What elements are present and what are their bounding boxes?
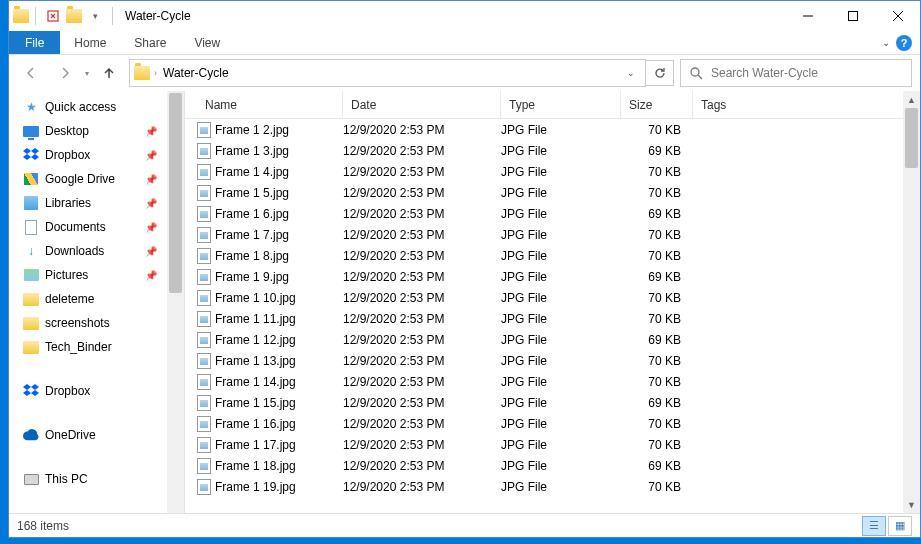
quick-access-toolbar: ▾ [9,5,117,27]
nav-tech-binder[interactable]: Tech_Binder [9,335,167,359]
scrollbar-thumb[interactable] [905,108,918,168]
thumbnails-view-button[interactable]: ▦ [888,516,912,536]
file-row[interactable]: Frame 1 7.jpg12/9/2020 2:53 PMJPG File70… [185,224,903,245]
file-row[interactable]: Frame 1 16.jpg12/9/2020 2:53 PMJPG File7… [185,413,903,434]
pin-icon: 📌 [145,270,157,281]
folder-icon[interactable] [66,8,82,24]
scroll-up-icon[interactable]: ▲ [903,91,920,108]
refresh-button[interactable] [646,60,674,86]
share-tab[interactable]: Share [120,31,180,54]
file-row[interactable]: Frame 1 17.jpg12/9/2020 2:53 PMJPG File7… [185,434,903,455]
nav-label: Libraries [45,196,91,210]
divider [112,7,113,25]
nav-screenshots[interactable]: screenshots [9,311,167,335]
nav-scrollbar[interactable] [167,91,184,513]
col-date[interactable]: Date [343,91,501,118]
downloads-icon: ↓ [23,243,39,259]
expand-ribbon-icon[interactable]: ⌄ [882,37,890,48]
file-row[interactable]: Frame 1 10.jpg12/9/2020 2:53 PMJPG File7… [185,287,903,308]
minimize-button[interactable] [785,1,830,31]
nav-google-drive[interactable]: Google Drive📌 [9,167,167,191]
file-name: Frame 1 19.jpg [215,480,343,494]
maximize-button[interactable] [830,1,875,31]
nav-onedrive[interactable]: OneDrive [9,423,167,447]
image-file-icon [197,122,215,138]
properties-icon[interactable] [42,5,64,27]
col-type[interactable]: Type [501,91,621,118]
search-box[interactable] [680,59,912,87]
file-row[interactable]: Frame 1 4.jpg12/9/2020 2:53 PMJPG File70… [185,161,903,182]
file-size: 69 KB [621,144,693,158]
history-dropdown-icon[interactable]: ▾ [85,69,89,78]
breadcrumb-sep-icon[interactable]: › [154,68,157,78]
image-file-icon [197,395,215,411]
file-size: 70 KB [621,165,693,179]
file-row[interactable]: Frame 1 14.jpg12/9/2020 2:53 PMJPG File7… [185,371,903,392]
scroll-down-icon[interactable]: ▼ [903,496,920,513]
file-row[interactable]: Frame 1 12.jpg12/9/2020 2:53 PMJPG File6… [185,329,903,350]
col-tags[interactable]: Tags [693,91,903,118]
file-row[interactable]: Frame 1 18.jpg12/9/2020 2:53 PMJPG File6… [185,455,903,476]
image-file-icon [197,332,215,348]
col-name[interactable]: Name [197,91,343,118]
image-file-icon [197,416,215,432]
home-tab[interactable]: Home [60,31,120,54]
file-size: 70 KB [621,291,693,305]
nav-dropbox[interactable]: Dropbox📌 [9,143,167,167]
nav-this-pc[interactable]: This PC [9,467,167,491]
file-type: JPG File [501,186,621,200]
file-scrollbar[interactable]: ▲ ▼ [903,91,920,513]
file-type: JPG File [501,480,621,494]
qat-dropdown-icon[interactable]: ▾ [84,5,106,27]
nav-pictures[interactable]: Pictures📌 [9,263,167,287]
file-type: JPG File [501,396,621,410]
nav-label: Downloads [45,244,104,258]
file-row[interactable]: Frame 1 11.jpg12/9/2020 2:53 PMJPG File7… [185,308,903,329]
file-date: 12/9/2020 2:53 PM [343,186,501,200]
up-button[interactable] [95,59,123,87]
help-icon[interactable]: ? [896,35,912,51]
nav-quick-access[interactable]: ★Quick access [9,95,167,119]
address-bar[interactable]: › Water-Cycle ⌄ [129,59,646,87]
nav-deleteme[interactable]: deleteme [9,287,167,311]
file-row[interactable]: Frame 1 6.jpg12/9/2020 2:53 PMJPG File69… [185,203,903,224]
content-area: ★Quick access Desktop📌 Dropbox📌 Google D… [9,91,920,513]
nav-libraries[interactable]: Libraries📌 [9,191,167,215]
nav-documents[interactable]: Documents📌 [9,215,167,239]
file-row[interactable]: Frame 1 13.jpg12/9/2020 2:53 PMJPG File7… [185,350,903,371]
search-input[interactable] [711,66,903,80]
back-button[interactable] [17,59,45,87]
file-row[interactable]: Frame 1 9.jpg12/9/2020 2:53 PMJPG File69… [185,266,903,287]
file-name: Frame 1 12.jpg [215,333,343,347]
nav-label: This PC [45,472,88,486]
file-row[interactable]: Frame 1 15.jpg12/9/2020 2:53 PMJPG File6… [185,392,903,413]
forward-button[interactable] [51,59,79,87]
svg-point-5 [691,68,699,76]
nav-downloads[interactable]: ↓Downloads📌 [9,239,167,263]
file-size: 70 KB [621,375,693,389]
col-size[interactable]: Size [621,91,693,118]
file-type: JPG File [501,249,621,263]
nav-dropbox-root[interactable]: Dropbox [9,379,167,403]
file-row[interactable]: Frame 1 3.jpg12/9/2020 2:53 PMJPG File69… [185,140,903,161]
breadcrumb-item[interactable]: Water-Cycle [161,66,231,80]
file-type: JPG File [501,375,621,389]
address-dropdown-icon[interactable]: ⌄ [621,68,641,78]
file-row[interactable]: Frame 1 2.jpg12/9/2020 2:53 PMJPG File70… [185,119,903,140]
details-view-button[interactable]: ☰ [862,516,886,536]
folder-icon [23,339,39,355]
view-tab[interactable]: View [180,31,234,54]
file-size: 70 KB [621,123,693,137]
image-file-icon [197,479,215,495]
file-row[interactable]: Frame 1 19.jpg12/9/2020 2:53 PMJPG File7… [185,476,903,497]
file-tab[interactable]: File [9,31,60,54]
file-type: JPG File [501,438,621,452]
close-button[interactable] [875,1,920,31]
file-row[interactable]: Frame 1 8.jpg12/9/2020 2:53 PMJPG File70… [185,245,903,266]
nav-desktop[interactable]: Desktop📌 [9,119,167,143]
file-row[interactable]: Frame 1 5.jpg12/9/2020 2:53 PMJPG File70… [185,182,903,203]
file-name: Frame 1 14.jpg [215,375,343,389]
folder-icon [23,291,39,307]
folder-icon [13,8,29,24]
scrollbar-thumb[interactable] [169,93,182,293]
